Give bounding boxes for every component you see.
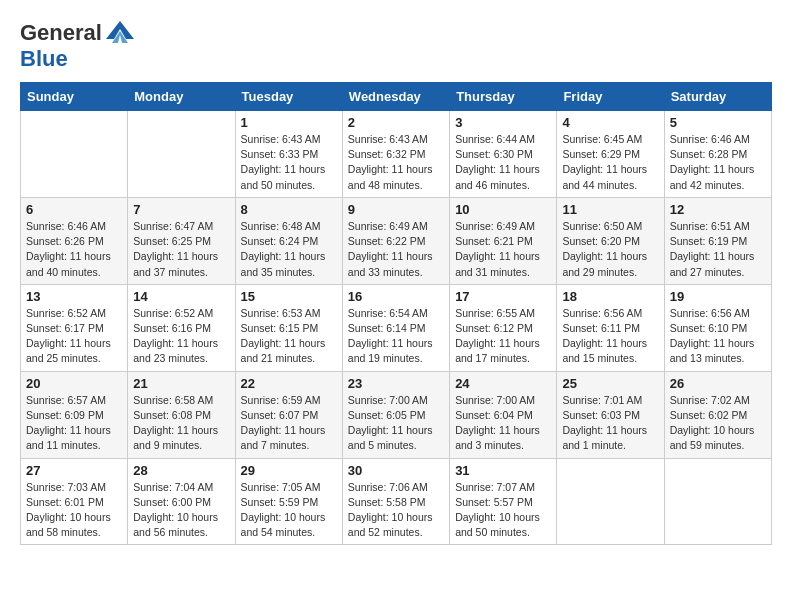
day-number: 6 (26, 202, 122, 217)
calendar-cell: 30Sunrise: 7:06 AMSunset: 5:58 PMDayligh… (342, 458, 449, 545)
calendar-week-row: 13Sunrise: 6:52 AMSunset: 6:17 PMDayligh… (21, 284, 772, 371)
day-detail: Sunrise: 6:43 AMSunset: 6:33 PMDaylight:… (241, 132, 337, 193)
column-header-saturday: Saturday (664, 83, 771, 111)
day-detail: Sunrise: 7:04 AMSunset: 6:00 PMDaylight:… (133, 480, 229, 541)
column-header-wednesday: Wednesday (342, 83, 449, 111)
calendar-week-row: 27Sunrise: 7:03 AMSunset: 6:01 PMDayligh… (21, 458, 772, 545)
day-detail: Sunrise: 6:46 AMSunset: 6:28 PMDaylight:… (670, 132, 766, 193)
day-number: 24 (455, 376, 551, 391)
calendar-cell: 10Sunrise: 6:49 AMSunset: 6:21 PMDayligh… (450, 197, 557, 284)
day-detail: Sunrise: 7:00 AMSunset: 6:04 PMDaylight:… (455, 393, 551, 454)
day-detail: Sunrise: 6:52 AMSunset: 6:17 PMDaylight:… (26, 306, 122, 367)
calendar-cell: 18Sunrise: 6:56 AMSunset: 6:11 PMDayligh… (557, 284, 664, 371)
calendar-cell: 29Sunrise: 7:05 AMSunset: 5:59 PMDayligh… (235, 458, 342, 545)
day-detail: Sunrise: 7:02 AMSunset: 6:02 PMDaylight:… (670, 393, 766, 454)
day-detail: Sunrise: 6:54 AMSunset: 6:14 PMDaylight:… (348, 306, 444, 367)
day-detail: Sunrise: 6:44 AMSunset: 6:30 PMDaylight:… (455, 132, 551, 193)
calendar-cell: 15Sunrise: 6:53 AMSunset: 6:15 PMDayligh… (235, 284, 342, 371)
calendar-cell: 4Sunrise: 6:45 AMSunset: 6:29 PMDaylight… (557, 111, 664, 198)
calendar-cell: 31Sunrise: 7:07 AMSunset: 5:57 PMDayligh… (450, 458, 557, 545)
day-number: 14 (133, 289, 229, 304)
day-number: 19 (670, 289, 766, 304)
header-row: SundayMondayTuesdayWednesdayThursdayFrid… (21, 83, 772, 111)
column-header-sunday: Sunday (21, 83, 128, 111)
logo: General Blue (20, 20, 134, 72)
column-header-tuesday: Tuesday (235, 83, 342, 111)
logo-text-general: General (20, 20, 102, 46)
day-number: 13 (26, 289, 122, 304)
logo-icon (106, 21, 134, 43)
calendar-cell: 23Sunrise: 7:00 AMSunset: 6:05 PMDayligh… (342, 371, 449, 458)
day-detail: Sunrise: 6:48 AMSunset: 6:24 PMDaylight:… (241, 219, 337, 280)
calendar-cell: 6Sunrise: 6:46 AMSunset: 6:26 PMDaylight… (21, 197, 128, 284)
column-header-thursday: Thursday (450, 83, 557, 111)
day-detail: Sunrise: 7:07 AMSunset: 5:57 PMDaylight:… (455, 480, 551, 541)
calendar-cell (21, 111, 128, 198)
calendar-cell: 12Sunrise: 6:51 AMSunset: 6:19 PMDayligh… (664, 197, 771, 284)
calendar-cell: 25Sunrise: 7:01 AMSunset: 6:03 PMDayligh… (557, 371, 664, 458)
day-detail: Sunrise: 6:52 AMSunset: 6:16 PMDaylight:… (133, 306, 229, 367)
day-number: 16 (348, 289, 444, 304)
day-detail: Sunrise: 7:01 AMSunset: 6:03 PMDaylight:… (562, 393, 658, 454)
day-number: 22 (241, 376, 337, 391)
calendar-table: SundayMondayTuesdayWednesdayThursdayFrid… (20, 82, 772, 545)
day-number: 30 (348, 463, 444, 478)
day-detail: Sunrise: 7:03 AMSunset: 6:01 PMDaylight:… (26, 480, 122, 541)
calendar-cell: 28Sunrise: 7:04 AMSunset: 6:00 PMDayligh… (128, 458, 235, 545)
day-detail: Sunrise: 7:05 AMSunset: 5:59 PMDaylight:… (241, 480, 337, 541)
calendar-cell: 2Sunrise: 6:43 AMSunset: 6:32 PMDaylight… (342, 111, 449, 198)
day-number: 1 (241, 115, 337, 130)
calendar-cell: 1Sunrise: 6:43 AMSunset: 6:33 PMDaylight… (235, 111, 342, 198)
day-detail: Sunrise: 6:53 AMSunset: 6:15 PMDaylight:… (241, 306, 337, 367)
svg-marker-0 (106, 21, 134, 39)
day-number: 21 (133, 376, 229, 391)
day-detail: Sunrise: 7:06 AMSunset: 5:58 PMDaylight:… (348, 480, 444, 541)
calendar-cell: 3Sunrise: 6:44 AMSunset: 6:30 PMDaylight… (450, 111, 557, 198)
calendar-cell: 13Sunrise: 6:52 AMSunset: 6:17 PMDayligh… (21, 284, 128, 371)
calendar-cell (128, 111, 235, 198)
day-number: 2 (348, 115, 444, 130)
calendar-cell: 26Sunrise: 7:02 AMSunset: 6:02 PMDayligh… (664, 371, 771, 458)
day-number: 15 (241, 289, 337, 304)
calendar-week-row: 20Sunrise: 6:57 AMSunset: 6:09 PMDayligh… (21, 371, 772, 458)
day-number: 5 (670, 115, 766, 130)
calendar-cell: 21Sunrise: 6:58 AMSunset: 6:08 PMDayligh… (128, 371, 235, 458)
calendar-cell: 16Sunrise: 6:54 AMSunset: 6:14 PMDayligh… (342, 284, 449, 371)
calendar-cell: 8Sunrise: 6:48 AMSunset: 6:24 PMDaylight… (235, 197, 342, 284)
calendar-cell: 7Sunrise: 6:47 AMSunset: 6:25 PMDaylight… (128, 197, 235, 284)
calendar-cell: 22Sunrise: 6:59 AMSunset: 6:07 PMDayligh… (235, 371, 342, 458)
calendar-cell: 9Sunrise: 6:49 AMSunset: 6:22 PMDaylight… (342, 197, 449, 284)
day-number: 17 (455, 289, 551, 304)
day-number: 7 (133, 202, 229, 217)
day-detail: Sunrise: 6:43 AMSunset: 6:32 PMDaylight:… (348, 132, 444, 193)
calendar-week-row: 6Sunrise: 6:46 AMSunset: 6:26 PMDaylight… (21, 197, 772, 284)
day-number: 25 (562, 376, 658, 391)
day-number: 4 (562, 115, 658, 130)
day-detail: Sunrise: 6:56 AMSunset: 6:10 PMDaylight:… (670, 306, 766, 367)
day-detail: Sunrise: 6:46 AMSunset: 6:26 PMDaylight:… (26, 219, 122, 280)
calendar-cell: 11Sunrise: 6:50 AMSunset: 6:20 PMDayligh… (557, 197, 664, 284)
day-number: 18 (562, 289, 658, 304)
column-header-friday: Friday (557, 83, 664, 111)
calendar-cell (664, 458, 771, 545)
calendar-cell: 24Sunrise: 7:00 AMSunset: 6:04 PMDayligh… (450, 371, 557, 458)
day-number: 31 (455, 463, 551, 478)
calendar-cell: 20Sunrise: 6:57 AMSunset: 6:09 PMDayligh… (21, 371, 128, 458)
day-detail: Sunrise: 6:50 AMSunset: 6:20 PMDaylight:… (562, 219, 658, 280)
day-number: 8 (241, 202, 337, 217)
day-number: 12 (670, 202, 766, 217)
day-detail: Sunrise: 6:45 AMSunset: 6:29 PMDaylight:… (562, 132, 658, 193)
day-detail: Sunrise: 6:55 AMSunset: 6:12 PMDaylight:… (455, 306, 551, 367)
day-detail: Sunrise: 6:57 AMSunset: 6:09 PMDaylight:… (26, 393, 122, 454)
day-number: 10 (455, 202, 551, 217)
logo-text-blue: Blue (20, 46, 68, 71)
day-detail: Sunrise: 6:51 AMSunset: 6:19 PMDaylight:… (670, 219, 766, 280)
calendar-cell: 27Sunrise: 7:03 AMSunset: 6:01 PMDayligh… (21, 458, 128, 545)
calendar-cell: 17Sunrise: 6:55 AMSunset: 6:12 PMDayligh… (450, 284, 557, 371)
day-detail: Sunrise: 6:56 AMSunset: 6:11 PMDaylight:… (562, 306, 658, 367)
day-detail: Sunrise: 6:59 AMSunset: 6:07 PMDaylight:… (241, 393, 337, 454)
day-number: 29 (241, 463, 337, 478)
day-detail: Sunrise: 6:49 AMSunset: 6:21 PMDaylight:… (455, 219, 551, 280)
day-number: 26 (670, 376, 766, 391)
day-detail: Sunrise: 6:49 AMSunset: 6:22 PMDaylight:… (348, 219, 444, 280)
